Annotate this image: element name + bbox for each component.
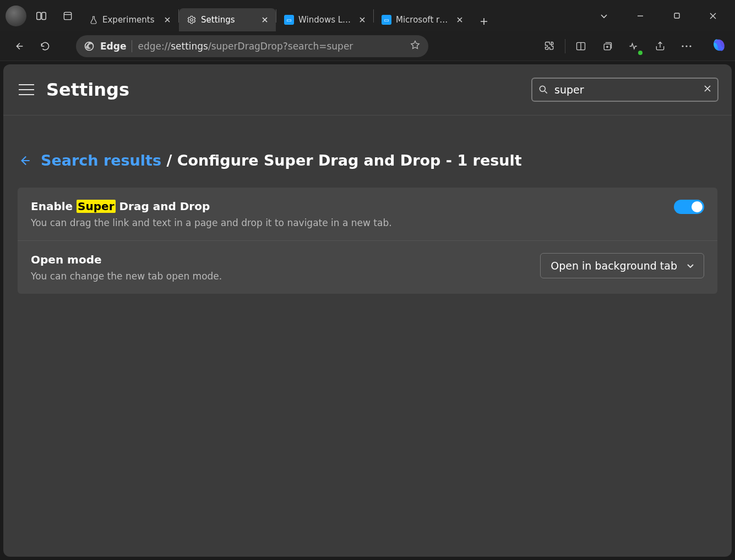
row-title: Open mode bbox=[31, 253, 527, 266]
title-pre: Enable bbox=[31, 200, 77, 213]
svg-point-9 bbox=[685, 45, 687, 47]
close-window-button[interactable] bbox=[702, 7, 724, 25]
settings-page: Settings Search results / Configure Supe… bbox=[3, 64, 732, 557]
row-description: You can change the new tab open mode. bbox=[31, 271, 527, 282]
settings-header: Settings bbox=[3, 64, 732, 116]
tab-overflow-icon[interactable] bbox=[593, 7, 615, 25]
settings-card: Enable Super Drag and Drop You can drag … bbox=[18, 188, 717, 294]
breadcrumb-current: Configure Super Drag and Drop - 1 result bbox=[177, 152, 522, 169]
breadcrumb: Search results / Configure Super Drag an… bbox=[18, 152, 717, 169]
separator bbox=[132, 40, 132, 52]
tab-label: Experiments bbox=[102, 15, 157, 25]
maximize-button[interactable] bbox=[666, 7, 688, 25]
workspace-buttons bbox=[32, 7, 77, 25]
select-value: Open in background tab bbox=[551, 260, 677, 272]
chevron-down-icon bbox=[686, 261, 695, 270]
svg-point-11 bbox=[540, 86, 545, 91]
tab-label: Settings bbox=[201, 15, 255, 25]
close-icon[interactable] bbox=[162, 14, 173, 25]
row-open-mode: Open mode You can change the new tab ope… bbox=[18, 240, 717, 294]
address-bar[interactable]: Edge edge://settings/superDragDrop?searc… bbox=[76, 35, 428, 57]
edge-logo-icon bbox=[84, 41, 95, 52]
tab-actions-icon[interactable] bbox=[58, 7, 77, 25]
close-icon[interactable] bbox=[357, 14, 368, 25]
toggle-enable-super-drag[interactable] bbox=[674, 200, 704, 214]
row-enable-super-drag: Enable Super Drag and Drop You can drag … bbox=[18, 188, 717, 240]
back-button[interactable] bbox=[8, 35, 30, 57]
tab-experiments[interactable]: Experiments bbox=[81, 8, 178, 31]
profile-avatar[interactable] bbox=[6, 6, 26, 26]
hamburger-menu[interactable] bbox=[19, 84, 34, 95]
performance-icon[interactable] bbox=[623, 35, 645, 57]
flask-icon bbox=[89, 15, 98, 24]
minimize-button[interactable] bbox=[629, 7, 651, 25]
tab-label: Microsoft r… bbox=[396, 15, 450, 25]
row-title: Enable Super Drag and Drop bbox=[31, 200, 661, 213]
settings-search[interactable] bbox=[531, 78, 718, 102]
tab-settings[interactable]: Settings bbox=[179, 8, 276, 31]
tab-label: Windows L… bbox=[298, 15, 352, 25]
titlebar: Experiments Settings ▭ Windows L… ▭ bbox=[0, 0, 735, 31]
url-pre: edge:// bbox=[138, 41, 171, 52]
tabstrip: Experiments Settings ▭ Windows L… ▭ bbox=[81, 0, 585, 31]
tab-windows[interactable]: ▭ Windows L… bbox=[276, 8, 373, 31]
title-highlight: Super bbox=[77, 200, 115, 213]
split-screen-icon[interactable] bbox=[570, 35, 592, 57]
svg-point-8 bbox=[682, 45, 683, 47]
site-favicon: ▭ bbox=[382, 15, 391, 25]
favorite-icon[interactable] bbox=[410, 40, 421, 53]
toolbar: Edge edge://settings/superDragDrop?searc… bbox=[0, 31, 735, 61]
close-icon[interactable] bbox=[259, 14, 270, 25]
workspaces-icon[interactable] bbox=[32, 7, 51, 25]
refresh-button[interactable] bbox=[34, 35, 56, 57]
svg-rect-1 bbox=[42, 12, 46, 19]
window-controls bbox=[585, 7, 732, 25]
tab-microsoft[interactable]: ▭ Microsoft r… bbox=[374, 8, 471, 31]
share-icon[interactable] bbox=[649, 35, 671, 57]
url-bold: settings bbox=[171, 41, 208, 52]
svg-point-10 bbox=[689, 45, 691, 47]
svg-rect-0 bbox=[37, 12, 41, 19]
clear-search-icon[interactable] bbox=[703, 84, 712, 95]
address-url: edge://settings/superDragDrop?search=sup… bbox=[138, 41, 404, 52]
collections-icon[interactable] bbox=[596, 35, 618, 57]
open-mode-select[interactable]: Open in background tab bbox=[540, 253, 704, 278]
settings-title: Settings bbox=[46, 79, 129, 100]
search-icon bbox=[538, 84, 549, 95]
close-icon[interactable] bbox=[454, 14, 465, 25]
title-post: Drag and Drop bbox=[116, 200, 210, 213]
svg-rect-2 bbox=[64, 12, 71, 19]
settings-content: Search results / Configure Super Drag an… bbox=[3, 116, 732, 294]
site-favicon: ▭ bbox=[284, 15, 294, 25]
svg-point-3 bbox=[190, 19, 193, 21]
url-post: /superDragDrop?search=super bbox=[208, 41, 353, 52]
settings-search-input[interactable] bbox=[554, 84, 698, 96]
copilot-button[interactable] bbox=[711, 37, 727, 56]
more-icon[interactable] bbox=[676, 35, 698, 57]
svg-rect-4 bbox=[674, 13, 679, 18]
row-description: You can drag the link and text in a page… bbox=[31, 217, 661, 228]
toolbar-right bbox=[538, 35, 727, 57]
breadcrumb-link[interactable]: Search results bbox=[41, 152, 161, 169]
extensions-icon[interactable] bbox=[538, 35, 560, 57]
gear-icon bbox=[187, 15, 197, 25]
new-tab-button[interactable] bbox=[474, 12, 494, 31]
address-protocol: Edge bbox=[100, 41, 126, 52]
breadcrumb-separator: / bbox=[161, 152, 177, 169]
breadcrumb-back-icon[interactable] bbox=[18, 153, 32, 168]
